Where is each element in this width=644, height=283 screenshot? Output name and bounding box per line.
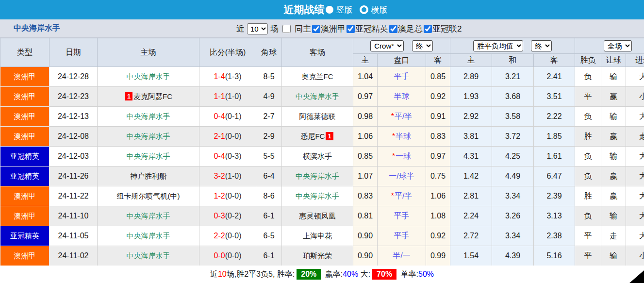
league-checkbox[interactable] xyxy=(312,25,320,33)
away-team-name[interactable]: 奥克兰FC xyxy=(302,72,333,81)
horizontal-layout-label[interactable]: 横版 xyxy=(371,4,388,16)
league-type-badge: 亚冠精英 xyxy=(0,166,50,186)
away-team-name[interactable]: 惠灵顿凤凰 xyxy=(299,212,336,220)
home-team-name[interactable]: 中央海岸水手 xyxy=(127,152,170,160)
home-team-name[interactable]: 中央海岸水手 xyxy=(127,132,170,140)
away-team[interactable]: 珀斯光荣 xyxy=(282,246,353,266)
goals-result-cell: 小 xyxy=(626,246,644,266)
home-team[interactable]: 中央海岸水手 xyxy=(98,107,199,127)
handicap-line-text: 一/球半 xyxy=(389,172,414,180)
avg-odds-select[interactable]: 胜平负均值 xyxy=(473,40,523,51)
home-team[interactable]: 1麦克阿瑟FC xyxy=(98,87,199,107)
home-team-name[interactable]: 中央海岸水手 xyxy=(127,232,170,240)
handicap-star: * xyxy=(391,112,394,120)
handicap-line-text: 平手 xyxy=(394,232,410,240)
away-team-name[interactable]: 阿德莱德联 xyxy=(299,112,336,120)
result-cell: 负 xyxy=(575,166,601,186)
summary-segment: 20% xyxy=(297,269,321,280)
away-team[interactable]: 惠灵顿凤凰 xyxy=(282,206,353,226)
away-team-name[interactable]: 横滨水手 xyxy=(303,152,332,160)
match-score: 1-1(1-0) xyxy=(199,87,256,107)
away-team-name[interactable]: 悉尼FC xyxy=(300,132,325,140)
vertical-layout-radio[interactable] xyxy=(326,6,333,14)
corner-score: 6-1 xyxy=(256,246,282,266)
home-team-name[interactable]: 中央海岸水手 xyxy=(127,212,170,220)
league-checkbox[interactable] xyxy=(389,25,397,33)
home-team-name[interactable]: 中央海岸水手 xyxy=(127,251,170,260)
away-team-name[interactable]: 上海申花 xyxy=(303,232,332,240)
result-cell: 平 xyxy=(575,246,601,266)
away-team[interactable]: 中央海岸水手 xyxy=(282,166,353,186)
avg-odds-time-select[interactable]: 终 xyxy=(531,40,552,51)
full-time-score: 0-4 xyxy=(214,152,225,160)
match-date: 24-11-10 xyxy=(50,206,98,226)
home-team[interactable]: 中央海岸水手 xyxy=(98,226,199,246)
col-header-handicap-home: 主 xyxy=(353,54,378,67)
handicap-away-odds: 0.91 xyxy=(426,107,450,127)
home-team[interactable]: 纽卡斯尔喷气机(中) xyxy=(98,186,199,206)
match-date: 24-11-02 xyxy=(50,246,98,266)
odds-company-select[interactable]: Crow* xyxy=(370,40,404,51)
avg-lose-odds: 2.38 xyxy=(534,226,575,246)
half-time-score: (0-3) xyxy=(225,152,242,160)
home-team[interactable]: 中央海岸水手 xyxy=(98,147,199,166)
avg-win-odds: 2.89 xyxy=(450,67,492,87)
league-checkbox-label[interactable]: 亚冠精英 xyxy=(355,23,388,34)
home-team[interactable]: 中央海岸水手 xyxy=(98,67,199,87)
resize-corner-handle[interactable] xyxy=(629,270,644,283)
home-team-name[interactable]: 麦克阿瑟FC xyxy=(133,92,172,100)
away-team-name[interactable]: 珀斯光荣 xyxy=(303,251,332,260)
away-team[interactable]: 上海申花 xyxy=(282,226,353,246)
home-team-name[interactable]: 纽卡斯尔喷气机(中) xyxy=(117,192,180,200)
away-team[interactable]: 奥克兰FC xyxy=(282,67,353,87)
scope-select[interactable]: 全场 xyxy=(604,40,632,51)
league-checkbox-label[interactable]: 亚冠联2 xyxy=(432,23,462,34)
avg-lose-odds: 1.85 xyxy=(534,127,575,147)
home-team[interactable]: 中央海岸水手 xyxy=(98,246,199,266)
handicap-home-odds: 0.98 xyxy=(353,107,378,127)
league-checkbox[interactable] xyxy=(424,25,432,33)
away-team[interactable]: 横滨水手 xyxy=(282,147,353,166)
table-row: 澳洲甲 24-11-10 中央海岸水手 0-3(0-2) 6-1 惠灵顿凤凰 0… xyxy=(0,206,644,226)
avg-draw-odds: 4.39 xyxy=(492,246,534,266)
league-type-badge: 亚冠精英 xyxy=(0,147,50,166)
home-team-name[interactable]: 神户胜利船 xyxy=(130,172,166,180)
away-team-name[interactable]: 中央海岸水手 xyxy=(296,92,339,100)
home-team[interactable]: 中央海岸水手 xyxy=(98,127,199,147)
away-team[interactable]: 悉尼FC1 xyxy=(282,127,353,147)
away-team-name[interactable]: 中央海岸水手 xyxy=(296,172,339,180)
handicap-line-text: 平/半 xyxy=(395,192,412,200)
handicap-line-text: 平/半 xyxy=(395,112,412,120)
home-team-name[interactable]: 中央海岸水手 xyxy=(127,72,170,81)
league-type-badge: 澳洲甲 xyxy=(0,67,50,87)
handicap-odds-time-select[interactable]: 终 xyxy=(412,40,433,51)
handicap-line-text: 半球 xyxy=(396,132,411,140)
col-header-avg-draw: 和 xyxy=(492,54,534,67)
goals-result-cell: 大 xyxy=(626,226,644,246)
away-team-name[interactable]: 中央海岸水手 xyxy=(296,192,339,200)
goals-result-cell: 大 xyxy=(626,67,644,87)
horizontal-layout-radio[interactable] xyxy=(360,5,368,14)
avg-odds-header: 胜平负均值 终 xyxy=(450,38,575,54)
recent-results-panel: 近期战绩 竖版 横版 中央海岸水手 近 10 场 同主 澳洲甲亚冠精英澳足总亚冠… xyxy=(0,0,644,283)
corner-score: 8-5 xyxy=(256,67,282,87)
home-team[interactable]: 神户胜利船 xyxy=(98,166,199,186)
vertical-layout-label[interactable]: 竖版 xyxy=(336,4,353,16)
scope-header: 全场 xyxy=(575,38,644,54)
home-team-name[interactable]: 中央海岸水手 xyxy=(127,112,170,120)
recent-suffix-label: 场 xyxy=(270,23,279,34)
league-checkbox-label[interactable]: 澳足总 xyxy=(398,23,423,34)
away-team[interactable]: 阿德莱德联 xyxy=(282,107,353,127)
half-time-score: (0-1) xyxy=(225,112,242,120)
recent-count-select[interactable]: 10 xyxy=(247,23,268,34)
handicap-home-odds: 0.85 xyxy=(353,147,378,166)
league-checkbox[interactable] xyxy=(347,25,355,33)
away-team[interactable]: 中央海岸水手 xyxy=(282,87,353,107)
league-checkbox-label[interactable]: 澳洲甲 xyxy=(321,23,346,34)
same-home-checkbox[interactable] xyxy=(282,25,291,33)
team-name-link[interactable]: 中央海岸水手 xyxy=(14,23,60,33)
home-team[interactable]: 中央海岸水手 xyxy=(98,206,199,226)
avg-draw-odds: 3.68 xyxy=(492,87,534,107)
match-score: 0-0(0-0) xyxy=(199,246,256,266)
away-team[interactable]: 中央海岸水手 xyxy=(282,186,353,206)
